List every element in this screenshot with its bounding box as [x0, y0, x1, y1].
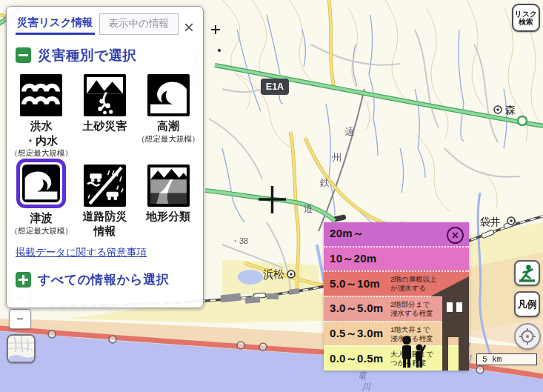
type-landform[interactable]: 地形分類: [136, 165, 200, 239]
collapse-minus-icon[interactable]: [16, 47, 31, 63]
town-label-fukuroi: 袋井: [480, 216, 501, 227]
town-label-mori: 森: [505, 104, 516, 116]
map-scale-bar: 5 km: [476, 353, 537, 365]
data-notice-link[interactable]: 掲載データに関する留意事項: [16, 246, 147, 259]
svg-text:川: 川: [362, 382, 371, 392]
lake: [238, 270, 263, 285]
landform-icon[interactable]: [147, 165, 190, 207]
evacuation-site-button[interactable]: [514, 260, 540, 286]
zoom-out-button[interactable]: −: [9, 309, 31, 329]
section-title: 災害種別で選択: [38, 46, 136, 64]
section-title-all: すべての情報から選択: [38, 271, 169, 288]
disaster-type-grid: 洪水 ・内水 （想定最大規模）: [10, 74, 200, 239]
minimap-thumbnail: [8, 336, 34, 362]
flood-icon[interactable]: [20, 74, 62, 116]
svg-text:道: 道: [304, 203, 313, 214]
expand-plus-icon[interactable]: [16, 272, 31, 288]
type-landslide[interactable]: 土砂災害: [73, 74, 137, 159]
type-storm-surge[interactable]: 高潮 （想定最大規模）: [136, 74, 200, 159]
svg-text:遠: 遠: [345, 126, 355, 137]
spot-elevation-label: ・38: [231, 236, 248, 245]
compass-icon: [519, 328, 536, 345]
evacuation-runner-icon: [517, 263, 537, 283]
legend-row: 0.0～0.5m 大人の膝までつかる程度: [324, 345, 469, 371]
risk-search-button[interactable]: リスク 検索: [512, 4, 540, 32]
disaster-risk-panel: 災害リスク情報 表示中の情報 × 災害種別で選択 洪水 ・内水 （想定最大規模）: [6, 6, 204, 308]
panel-tabbar: 災害リスク情報 表示中の情報 ×: [7, 7, 203, 35]
tsunami-depth-legend: × 20m～ 10～20m 5.0～10m 2階の屋根以上が浸水する 3.0～5…: [324, 222, 469, 371]
panel-close-icon[interactable]: ×: [182, 20, 196, 35]
storm-surge-icon[interactable]: [147, 74, 190, 116]
type-road-disaster[interactable]: 道路防災 情報: [73, 165, 137, 239]
svg-text:鉄: 鉄: [319, 177, 330, 188]
town-label-hamamatsu: 浜松: [263, 268, 284, 280]
legend-row: 0.5～3.0m 1階天井まで浸水する程度: [324, 321, 469, 346]
locate-compass-button[interactable]: [514, 323, 541, 350]
section-select-by-type[interactable]: 災害種別で選択: [16, 46, 203, 64]
hazard-map-app: E1A 森 袋井 浜松 ・38 遠 州 鉄 道 太 田 川 天 竜 川: [0, 0, 543, 392]
tab-disaster-risk-info[interactable]: 災害リスク情報: [16, 13, 95, 35]
tsunami-selected-border[interactable]: [16, 159, 66, 208]
minimap-toggle-button[interactable]: [7, 334, 36, 363]
svg-text:州: 州: [332, 152, 342, 163]
type-tsunami[interactable]: 津波 （想定最大規模）: [10, 165, 73, 239]
legend-row: 5.0～10m 2階の屋根以上が浸水する: [324, 270, 469, 296]
tsunami-icon[interactable]: [22, 165, 60, 202]
landslide-icon[interactable]: [84, 74, 126, 116]
section-select-from-all[interactable]: すべての情報から選択: [16, 271, 203, 288]
legend-row: 3.0～5.0m 2階部分まで浸水する程度: [324, 296, 469, 321]
expressway-badge-label: E1A: [266, 82, 284, 92]
road-disaster-icon[interactable]: [84, 165, 126, 207]
legend-close-icon[interactable]: ×: [447, 227, 464, 244]
legend-row: 10～20m: [324, 246, 469, 271]
legend-toggle-button[interactable]: 凡例: [514, 291, 540, 317]
tab-displayed-info[interactable]: 表示中の情報: [99, 13, 179, 35]
type-flood[interactable]: 洪水 ・内水 （想定最大規模）: [10, 74, 73, 159]
svg-text:竜: 竜: [358, 371, 367, 381]
